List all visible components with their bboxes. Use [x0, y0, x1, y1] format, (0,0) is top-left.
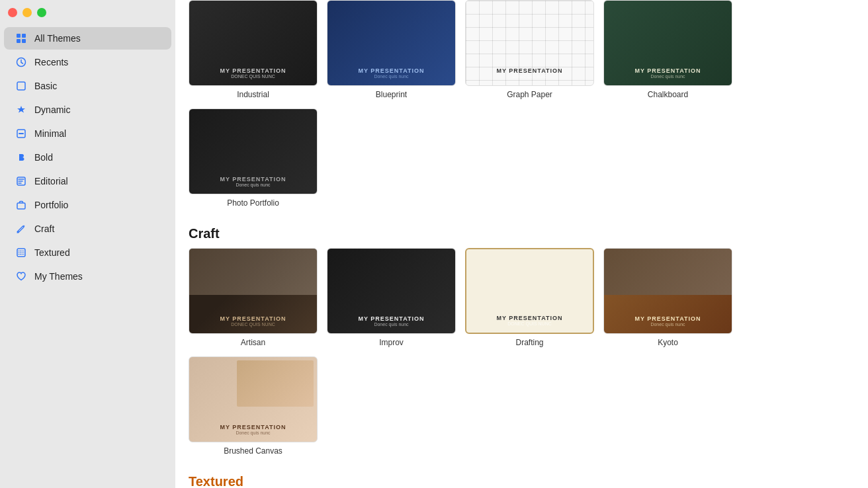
sidebar-label-editorial: Editorial	[34, 176, 68, 186]
theme-name-drafting: Drafting	[515, 338, 543, 347]
theme-name-photo-portfolio: Photo Portfolio	[227, 198, 279, 208]
theme-item-brushed-canvas[interactable]: My PresentationDonec quis nuncBrushed Ca…	[189, 356, 318, 456]
theme-thumb-chalkboard: My PresentationDonec quis nunc	[603, 0, 732, 86]
sidebar-item-dynamic[interactable]: Dynamic	[4, 99, 171, 121]
svg-rect-0	[17, 34, 21, 38]
sidebar: All ThemesRecentsBasicDynamicMinimalBold…	[0, 0, 175, 488]
basic-icon	[15, 79, 28, 93]
my-themes-icon	[15, 270, 28, 283]
theme-thumb-kyoto: MY PRESENTATIONDonec quis nunc	[603, 248, 732, 334]
theme-grid-top-row: MY PRESENTATIONDONEC QUIS NUNCIndustrial…	[189, 0, 855, 208]
theme-thumb-graph-paper: MY PRESENTATIONDonec quis nunc	[465, 0, 594, 86]
theme-name-improv: Improv	[379, 338, 404, 347]
theme-thumb-drafting: MY PRESENTATIONDONEC QUIS NUNC	[465, 248, 594, 334]
section-craft: CraftMY PRESENTATIONDONEC QUIS NUNCArtis…	[189, 214, 855, 456]
recents-icon	[15, 56, 28, 69]
sidebar-label-craft: Craft	[34, 224, 54, 234]
sidebar-item-bold[interactable]: Bold	[4, 146, 171, 169]
sidebar-label-minimal: Minimal	[34, 128, 66, 139]
editorial-icon	[15, 175, 28, 188]
theme-grid-craft: MY PRESENTATIONDONEC QUIS NUNCArtisanMy …	[189, 248, 855, 456]
main-content: MY PRESENTATIONDONEC QUIS NUNCIndustrial…	[175, 0, 868, 488]
sidebar-label-all-themes: All Themes	[34, 33, 81, 44]
sidebar-item-editorial[interactable]: Editorial	[4, 170, 171, 192]
theme-item-drafting[interactable]: MY PRESENTATIONDONEC QUIS NUNCDrafting	[465, 248, 594, 347]
thumb-text-artisan: MY PRESENTATIONDONEC QUIS NUNC	[196, 315, 310, 327]
sidebar-item-textured[interactable]: Textured	[4, 241, 171, 264]
section-title-textured: Textured	[189, 462, 855, 488]
sidebar-item-minimal[interactable]: Minimal	[4, 122, 171, 145]
sidebar-item-recents[interactable]: Recents	[4, 51, 171, 73]
theme-thumb-brushed-canvas: My PresentationDonec quis nunc	[189, 356, 318, 442]
theme-name-brushed-canvas: Brushed Canvas	[224, 446, 282, 456]
sidebar-item-basic[interactable]: Basic	[4, 75, 171, 97]
portfolio-icon	[15, 198, 28, 212]
theme-item-improv[interactable]: My PresentationDonec quis nuncImprov	[327, 248, 456, 347]
sidebar-label-basic: Basic	[34, 81, 57, 91]
svg-rect-2	[17, 39, 21, 43]
theme-item-graph-paper[interactable]: MY PRESENTATIONDonec quis nuncGraph Pape…	[465, 0, 594, 99]
thumb-text-graph-paper: MY PRESENTATIONDonec quis nunc	[472, 67, 587, 79]
maximize-button[interactable]	[37, 8, 46, 17]
all-themes-icon	[15, 32, 28, 45]
svg-rect-5	[17, 82, 25, 90]
sidebar-label-bold: Bold	[34, 152, 53, 163]
theme-thumb-industrial: MY PRESENTATIONDONEC QUIS NUNC	[189, 0, 318, 86]
sidebar-item-my-themes[interactable]: My Themes	[4, 265, 171, 288]
craft-icon	[15, 222, 28, 235]
theme-name-artisan: Artisan	[241, 338, 265, 347]
textured-icon	[15, 246, 28, 259]
sidebar-item-craft[interactable]: Craft	[4, 218, 171, 240]
theme-item-chalkboard[interactable]: My PresentationDonec quis nuncChalkboard	[603, 0, 732, 99]
thumb-text-blueprint: MY PRESENTATIONDonec quis nunc	[334, 67, 449, 79]
svg-rect-3	[22, 39, 26, 43]
section-top-row: MY PRESENTATIONDONEC QUIS NUNCIndustrial…	[189, 0, 855, 208]
theme-name-industrial: Industrial	[237, 90, 269, 99]
theme-name-blueprint: Blueprint	[376, 90, 407, 99]
theme-item-industrial[interactable]: MY PRESENTATIONDONEC QUIS NUNCIndustrial	[189, 0, 318, 99]
theme-item-kyoto[interactable]: MY PRESENTATIONDonec quis nuncKyoto	[603, 248, 732, 347]
svg-rect-9	[17, 203, 25, 209]
theme-name-kyoto: Kyoto	[658, 338, 678, 347]
sidebar-label-recents: Recents	[34, 57, 68, 67]
section-title-craft: Craft	[189, 214, 855, 248]
thumb-text-chalkboard: My PresentationDonec quis nunc	[611, 67, 725, 79]
sidebar-label-my-themes: My Themes	[34, 271, 83, 282]
theme-thumb-photo-portfolio: My PresentationDonec quis nunc	[189, 108, 318, 194]
minimize-button[interactable]	[22, 8, 32, 17]
dynamic-icon	[15, 103, 28, 116]
thumb-text-brushed-canvas: My PresentationDonec quis nunc	[196, 424, 310, 435]
theme-thumb-artisan: MY PRESENTATIONDONEC QUIS NUNC	[189, 248, 318, 334]
theme-item-blueprint[interactable]: MY PRESENTATIONDonec quis nuncBlueprint	[327, 0, 456, 99]
theme-thumb-blueprint: MY PRESENTATIONDonec quis nunc	[327, 0, 456, 86]
thumb-text-kyoto: MY PRESENTATIONDonec quis nunc	[611, 315, 725, 327]
close-button[interactable]	[8, 8, 17, 17]
sidebar-label-dynamic: Dynamic	[34, 104, 70, 115]
sidebar-item-all-themes[interactable]: All Themes	[4, 27, 171, 50]
theme-item-photo-portfolio[interactable]: My PresentationDonec quis nuncPhoto Port…	[189, 108, 318, 208]
svg-rect-1	[22, 34, 26, 38]
theme-item-artisan[interactable]: MY PRESENTATIONDONEC QUIS NUNCArtisan	[189, 248, 318, 347]
traffic-lights	[8, 8, 46, 17]
svg-rect-7	[19, 133, 24, 134]
thumb-text-improv: My PresentationDonec quis nunc	[334, 315, 449, 327]
section-textured: TexturedMy PresentationDonec quis nuncPa…	[189, 462, 855, 488]
thumb-text-photo-portfolio: My PresentationDonec quis nunc	[196, 176, 310, 187]
thumb-text-industrial: MY PRESENTATIONDONEC QUIS NUNC	[196, 67, 310, 79]
sidebar-item-portfolio[interactable]: Portfolio	[4, 194, 171, 216]
theme-name-chalkboard: Chalkboard	[648, 90, 688, 99]
thumb-text-drafting: MY PRESENTATIONDONEC QUIS NUNC	[473, 315, 586, 326]
sidebar-label-textured: Textured	[34, 247, 70, 258]
theme-thumb-improv: My PresentationDonec quis nunc	[327, 248, 456, 334]
bold-icon	[15, 151, 28, 164]
sidebar-label-portfolio: Portfolio	[34, 200, 68, 210]
theme-name-graph-paper: Graph Paper	[507, 90, 552, 99]
minimal-icon	[15, 127, 28, 140]
